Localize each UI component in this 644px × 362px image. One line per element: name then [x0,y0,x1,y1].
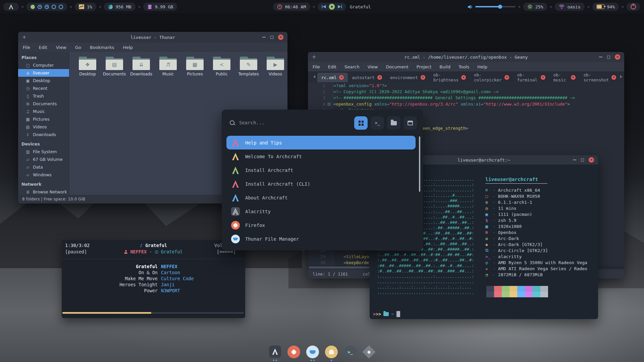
app-launcher-button[interactable] [3,3,19,11]
dock-item-archcraft[interactable] [268,346,282,360]
sidebar-item-recent[interactable]: ◷Recent [18,84,69,92]
minimize-button[interactable] [573,160,576,160]
tab-ob-brightness[interactable]: ob-brightness [429,73,470,82]
tab-ob-colorpicker[interactable]: ob-colorpicker [470,73,513,82]
tab-close-icon[interactable] [571,75,576,80]
mode-button-files[interactable] [387,116,400,130]
playlist-row[interactable]: Make Me MoveCulture Code [62,276,245,282]
mode-button-windows[interactable] [404,116,417,130]
minimize-button[interactable] [599,57,602,57]
thunar-menu-go[interactable]: Go [75,45,81,50]
volume-slider-knob[interactable] [498,5,502,9]
sidebar-item-downloads[interactable]: ⇩Downloads [18,131,69,138]
folder-music[interactable]: ♬Music [155,57,181,76]
thunar-titlebar[interactable]: + liveuser - Thunar [18,32,287,43]
workspace-dot-5[interactable] [59,5,63,9]
tab-ob-furminal[interactable]: ob-furminal [513,73,549,82]
tab-close-icon[interactable] [377,75,382,80]
scrollbar-handle[interactable] [419,136,420,192]
sidebar-item-desktop[interactable]: ▣Desktop [18,77,69,84]
launcher-item-install-archcraft[interactable]: Install Archcraft [226,163,416,177]
tab-ob-screenshot[interactable]: ob-screenshot [580,73,620,82]
playlist-row[interactable]: On & OnCartoon [62,269,245,276]
window-menu-icon[interactable]: + [312,54,316,60]
tab-rc.xml[interactable]: rc.xml [317,73,348,82]
workspace-switcher[interactable] [26,3,67,11]
folder-downloads[interactable]: ⇊Downloads [128,57,154,76]
launcher-item-welcome-to-archcraft[interactable]: Welcome To Archcraft [226,149,416,163]
launcher-item-firefox[interactable]: Firefox [226,218,416,232]
sidebar-item-browse-network[interactable]: ≣Browse Network [18,188,69,195]
maximize-button[interactable] [607,56,610,59]
playlist-row[interactable]: PowerN3WPORT [62,288,245,294]
dock-item-terminal[interactable]: >_ [343,346,357,360]
launcher-item-alacritty[interactable]: Alacritty [226,204,416,218]
tab-close-icon[interactable] [611,75,616,80]
mode-button-apps[interactable] [354,116,368,130]
sidebar-item-computer[interactable]: ▢Computer [18,61,69,69]
volume-icon[interactable] [468,4,473,9]
sidebar-item-windows[interactable]: ▱Windows [18,171,69,179]
playlist-row[interactable]: GratefulNEFFEX [62,263,245,269]
launcher-item-help-and-tips[interactable]: Help and Tips [226,136,416,149]
launcher-scrollbar[interactable] [419,136,420,247]
geany-menu-document[interactable]: Document [386,64,408,69]
geany-menu-view[interactable]: View [368,64,378,69]
thunar-menu-view[interactable]: View [56,45,66,50]
workspace-dot-3[interactable] [45,5,49,9]
geany-menu-search[interactable]: Search [344,64,360,69]
geany-titlebar[interactable]: + rc.xml - /home/liveuser/.config/openbo… [308,52,624,62]
geany-menu-tools[interactable]: Tools [459,64,469,69]
folder-videos[interactable]: ▶Videos [263,57,287,76]
tab-autostart[interactable]: autostart [348,73,386,82]
folder-pictures[interactable]: ▦Pictures [182,57,208,76]
folder-public[interactable]: <Public [209,57,234,76]
geany-menu-build[interactable]: Build [439,64,450,69]
tab-environment[interactable]: environment [386,73,429,82]
thunar-menu-help[interactable]: Help [123,45,133,50]
tab-close-icon[interactable] [461,75,466,80]
maximize-button[interactable] [581,159,584,162]
mode-button-run[interactable]: >_ [371,116,384,130]
minimize-button[interactable] [262,37,266,38]
dock-item-firefox[interactable] [287,346,301,360]
tab-scroll-left-icon[interactable] [313,75,315,78]
thunar-menu-bookmarks[interactable]: Bookmarks [90,45,114,50]
launcher-item-thunar-file-manager[interactable]: Thunar File Manager [226,232,416,246]
dock-item-launcher[interactable] [362,346,376,360]
workspace-dot-4[interactable] [52,5,56,9]
play-icon[interactable] [329,4,335,10]
scrollbar-handle[interactable] [309,266,379,268]
fold-marker-icon[interactable]: − [327,103,331,106]
thunar-menu-file[interactable]: File [23,45,30,50]
folder-desktop[interactable]: ❖Desktop [75,57,100,76]
workspace-dot-1[interactable] [31,5,35,9]
launcher-item-install-archcraft-cli-[interactable]: Install Archcraft (CLI) [226,177,416,191]
sidebar-item-liveuser[interactable]: ⌂liveuser [18,69,69,77]
sidebar-item-pictures[interactable]: ▦Pictures [18,115,69,123]
tab-scroll-right-icon[interactable] [620,75,622,78]
launcher-item-about-archcraft[interactable]: About Archcraft [226,191,416,204]
next-track-icon[interactable] [337,5,342,9]
search-input[interactable] [238,120,349,126]
power-button[interactable] [627,3,640,11]
sidebar-item-67-gb-volume[interactable]: ▱67 GB Volume [18,156,69,163]
geany-menu-file[interactable]: File [313,64,320,69]
geany-menu-help[interactable]: Help [477,64,487,69]
maximize-button[interactable] [270,36,273,39]
folder-documents[interactable]: ▤Documents [102,57,127,76]
previous-track-icon[interactable] [322,5,326,9]
close-button[interactable] [615,54,620,60]
sidebar-item-data[interactable]: ▱Data [18,163,69,171]
workspace-dot-2[interactable] [38,5,42,9]
network-module[interactable]: oasis [555,3,584,11]
close-button[interactable] [589,157,594,163]
close-button[interactable] [278,35,283,40]
tab-close-icon[interactable] [541,75,545,80]
sidebar-item-file-system[interactable]: ▥File System [18,148,69,156]
sidebar-item-documents[interactable]: ⧉Documents [18,100,69,108]
seek-bar[interactable] [62,312,244,314]
tab-close-icon[interactable] [504,75,509,80]
volume-slider[interactable] [475,6,516,7]
geany-menu-project[interactable]: Project [417,64,431,69]
